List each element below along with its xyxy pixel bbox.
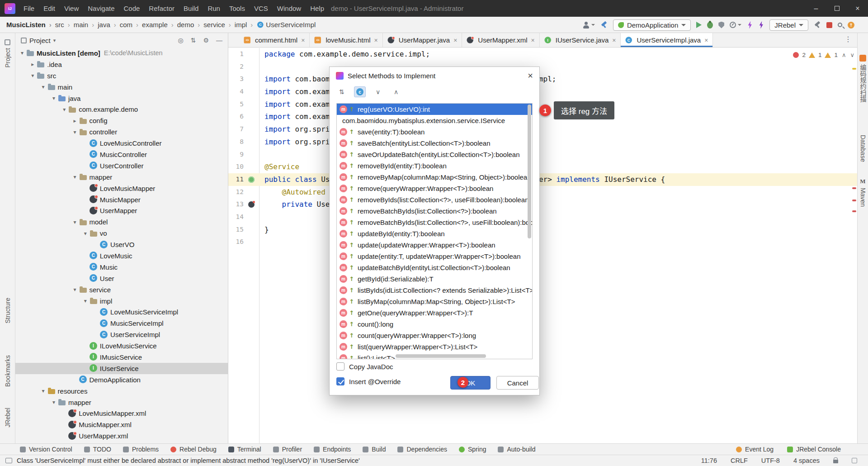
tool-window-button[interactable]: JRebel Console — [787, 446, 841, 453]
tree-chevron-icon[interactable] — [81, 230, 90, 237]
maximize-button[interactable] — [826, 0, 847, 17]
tree-item[interactable]: src — [15, 70, 228, 81]
tree-item[interactable]: LoveMusicMapper — [15, 183, 228, 194]
spring-bean-gutter-icon[interactable] — [248, 176, 255, 183]
attach-tool-icon[interactable] — [814, 21, 821, 29]
breadcrumb-item[interactable]: service — [203, 21, 235, 29]
editor-tab[interactable]: loveMusic.html × — [310, 33, 382, 47]
breadcrumb-item[interactable]: src — [55, 21, 74, 29]
method-row[interactable]: removeById(entity:T):boolean — [337, 160, 532, 171]
method-row[interactable]: updateBatchById(entityList:Collection<T>… — [337, 262, 532, 273]
tree-item[interactable]: Music — [15, 262, 228, 273]
breadcrumb-item[interactable]: UserServiceImpl — [256, 20, 316, 29]
tree-item[interactable]: impl — [15, 295, 228, 307]
breadcrumb-item[interactable]: demo — [177, 21, 204, 29]
tool-window-button[interactable]: Spring — [459, 446, 486, 453]
method-row[interactable]: updateById(entity:T):boolean — [337, 228, 532, 239]
tool-window-button[interactable]: Project — [0, 39, 15, 68]
tool-window-button[interactable]: Problems — [123, 446, 159, 453]
tree-item[interactable]: main — [15, 81, 228, 93]
tool-window-button[interactable]: Rebel Debug — [170, 446, 217, 453]
method-row[interactable]: listByMap(columnMap:Map<String, Object>)… — [337, 296, 532, 307]
tree-item[interactable]: IMusicService — [15, 352, 228, 363]
tool-window-button[interactable]: Version Control — [20, 446, 72, 453]
search-everywhere-icon[interactable] — [838, 23, 842, 27]
tree-chevron-icon[interactable] — [71, 129, 79, 135]
tree-item[interactable]: resources — [15, 385, 228, 397]
tool-window-button[interactable]: Maven — [858, 177, 868, 207]
code-line[interactable]: 15 } — [228, 223, 857, 236]
cancel-button[interactable]: Cancel — [496, 376, 539, 390]
menu-item[interactable]: VCS — [250, 0, 273, 17]
jrebel-run-icon[interactable] — [747, 21, 753, 29]
tool-window-button[interactable]: Auto-build — [498, 446, 535, 453]
editor-tab[interactable]: UserMapper.java × — [383, 33, 462, 47]
tree-item[interactable]: controller — [15, 126, 228, 138]
tree-item[interactable]: User — [15, 273, 228, 284]
tool-window-button[interactable]: Build — [363, 446, 386, 453]
tree-item[interactable]: LoveMusicServiceImpl — [15, 306, 228, 318]
horizontal-scrollbar[interactable] — [396, 354, 486, 358]
breadcrumb-item[interactable]: MusicListen — [6, 21, 55, 29]
hide-panel-icon[interactable]: — — [216, 37, 222, 44]
tree-item[interactable]: UserServiceImpl — [15, 329, 228, 340]
editor-tab[interactable]: UserMapper.xml × — [462, 33, 539, 47]
code-line[interactable]: 12 @Autowired — [228, 186, 857, 199]
status-message[interactable]: Class 'UserServiceImpl' must either be d… — [17, 457, 360, 464]
error-stripe-mark[interactable] — [852, 187, 856, 189]
editor-tab[interactable]: comment.html × — [239, 33, 310, 47]
jrebel-select[interactable]: JRebel — [769, 19, 808, 31]
tool-window-button[interactable]: Structure — [0, 298, 15, 323]
build-hammer-icon[interactable] — [600, 21, 608, 29]
tree-chevron-icon[interactable] — [18, 50, 26, 56]
tree-chevron-icon[interactable] — [71, 219, 79, 225]
tree-item[interactable]: MusicController — [15, 149, 228, 160]
tree-item[interactable]: UserMapper — [15, 205, 228, 216]
tree-item[interactable]: ILoveMusicService — [15, 340, 228, 352]
error-stripe-mark[interactable] — [852, 200, 856, 201]
code-line[interactable]: 7 import org.springframework.beans.facto… — [228, 123, 857, 136]
editor-tab[interactable]: UserServiceImpl.java × — [621, 33, 713, 47]
tree-item[interactable]: LoveMusic — [15, 250, 228, 262]
code-line[interactable]: 2 — [228, 61, 857, 73]
breadcrumb-item[interactable]: java — [98, 21, 120, 29]
menu-item[interactable]: Build — [179, 0, 203, 17]
insert-override-checkbox[interactable] — [336, 377, 344, 385]
tree-item[interactable]: DemoApplication — [15, 374, 228, 385]
show-classes-icon[interactable]: c — [354, 86, 366, 97]
tree-chevron-icon[interactable] — [71, 286, 79, 293]
copy-javadoc-checkbox[interactable] — [336, 362, 344, 371]
tool-window-button[interactable]: Database — [858, 135, 868, 162]
code-line[interactable]: 16 — [228, 236, 857, 248]
update-project-icon[interactable] — [848, 22, 854, 29]
close-tab-icon[interactable]: × — [374, 37, 378, 44]
tree-item[interactable]: model — [15, 216, 228, 228]
close-tab-icon[interactable]: × — [301, 37, 305, 44]
breadcrumb-item[interactable]: impl — [235, 21, 257, 29]
tree-item[interactable]: UserVO — [15, 239, 228, 250]
tree-chevron-icon[interactable] — [81, 298, 90, 304]
editor-status-item[interactable]: UTF-8 — [761, 457, 780, 464]
method-row[interactable]: save(entity:T):boolean — [337, 126, 532, 138]
menu-item[interactable]: Navigate — [83, 0, 119, 17]
tree-item[interactable]: MusicListen [demo] E:\code\MusicListen — [15, 48, 228, 59]
tool-window-button[interactable]: Dependencies — [397, 446, 447, 453]
tree-item[interactable]: java — [15, 93, 228, 104]
code-line[interactable]: 13 private UserMapper userMapper; — [228, 198, 857, 211]
code-line[interactable]: 11 public class UserServiceImpl extends … — [228, 173, 857, 186]
tool-window-button[interactable]: Bookmarks — [0, 355, 15, 387]
tree-item[interactable]: MusicServiceImpl — [15, 318, 228, 329]
jrebel-debug-icon[interactable] — [758, 21, 764, 29]
method-row[interactable]: removeByMap(columnMap:Map<String, Object… — [337, 171, 532, 183]
prev-error-icon[interactable]: ∧ — [842, 52, 846, 58]
tree-chevron-icon[interactable] — [39, 388, 47, 394]
tree-item[interactable]: mapper — [15, 397, 228, 408]
breadcrumb-item[interactable]: com — [120, 21, 142, 29]
debug-button[interactable] — [707, 22, 713, 29]
lock-icon[interactable] — [833, 460, 838, 463]
close-button[interactable]: × — [847, 0, 868, 17]
editor-status-item[interactable]: CRLF — [731, 457, 748, 464]
method-row[interactable]: list(queryWrapper:Wrapper<T>):List<T> — [337, 341, 532, 352]
run-config-select[interactable]: DemoApplication — [613, 19, 691, 31]
method-row[interactable]: reg(userVO:UserVO):int — [337, 104, 532, 115]
